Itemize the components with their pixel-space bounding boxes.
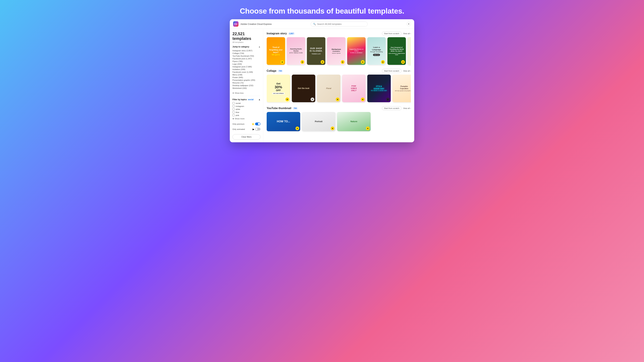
template-card[interactable]: Herbarium Cosmetics Autumn Special ★ [327,37,346,65]
jump-to-category-title: Jump to category [232,45,249,48]
only-animated-track[interactable] [255,128,260,131]
filter-instagram[interactable]: instagram [232,105,260,107]
instagram-story-section: Instagram story 2,857 Start from scratch… [267,31,411,66]
template-card[interactable]: Supporting Women of Colour in Arts & Lit… [347,37,366,65]
filter-white-checkbox[interactable] [232,108,234,110]
close-button[interactable]: ✕ [406,22,411,26]
instagram-story-view-all[interactable]: View all › [403,32,411,34]
template-favorite[interactable]: ★ [361,97,364,101]
category-logo[interactable]: Logo (434) [232,63,260,65]
youtube-thumbnail-templates: HOW TO... ★ Portrait ★ Nature [267,112,411,133]
instagram-story-title: Instagram story [267,32,287,35]
search-icon: 🔍 [313,23,316,25]
category-youtube-thumbnail[interactable]: YouTube thumbnail (704) [232,55,260,57]
template-favorite[interactable]: ★ [286,97,289,101]
filter-pink[interactable]: pink [232,114,260,116]
template-card[interactable]: Get the look ★ [292,75,315,102]
template-card[interactable]: Floral ★ [317,75,340,102]
filter-blue[interactable]: blue [232,111,260,113]
instagram-story-start-scratch[interactable]: Start from scratch [382,31,402,35]
collage-start-scratch[interactable]: Start from scratch [382,69,402,73]
premium-icon: ⭐ [252,123,254,125]
animated-icon: ▶ [252,128,254,131]
template-card[interactable]: PinkVibesOnly ★ [342,75,366,102]
template-favorite[interactable]: ★ [366,126,370,130]
filter-social-checkbox[interactable] [232,102,234,104]
yt-view-all-arrow: › [410,107,411,109]
show-less-button[interactable]: ⊖ Show less [232,91,244,94]
category-menu[interactable]: Menu (238) [232,73,260,76]
category-instagram-post[interactable]: Instagram post (7,685) [232,65,260,68]
template-card[interactable]: Parenting Books Revieww/ Dr. Helena Cord… [287,37,305,65]
template-card[interactable]: Get 30% OFF USE CODE SPRINGS ★ [267,75,290,102]
view-all-arrow: › [410,32,411,34]
only-premium-track[interactable] [255,122,260,125]
template-card[interactable]: COLIA ★ [408,37,411,65]
filter-topics-chevron[interactable]: ▲ [258,98,260,101]
category-poster[interactable]: Poster (945) [232,76,260,79]
template-favorite[interactable]: ★ [321,60,324,64]
jump-category-chevron[interactable]: ▲ [258,45,260,48]
youtube-thumbnail-section: YouTube thumbnail 704 Start from scratch… [267,106,411,133]
instagram-story-header: Instagram story 2,857 Start from scratch… [267,31,411,35]
filter-instagram-checkbox[interactable] [232,105,234,107]
collage-view-all-arrow: › [410,70,411,72]
template-card[interactable]: Portrait ★ [302,112,336,131]
category-collage[interactable]: Collage (734) [232,52,260,55]
template-favorite[interactable]: ★ [336,97,340,101]
template-content: Nature [337,112,371,131]
category-resume[interactable]: Resume (72) [232,81,260,84]
filter-social[interactable]: social [232,102,260,104]
show-less-icon: ⊖ [232,92,234,94]
template-card[interactable]: Nature ★ [337,112,371,131]
category-worksheet[interactable]: Worksheet (160) [232,87,260,89]
filter-white[interactable]: white [232,108,260,110]
titlebar: Cc Adobe Creative Cloud Express 🔍 ✕ [230,19,414,29]
all-templates-label: All templates [232,41,260,43]
template-favorite[interactable]: ★ [341,60,344,64]
category-invitation[interactable]: Invitation (330) [232,68,260,71]
template-content: COLIA [408,37,411,65]
youtube-thumbnail-header: YouTube thumbnail 704 Start from scratch… [267,106,411,110]
only-premium-row: Only premium ⭐ [232,122,260,125]
category-presentation-graphic[interactable]: Presentation graphic (255) [232,79,260,81]
template-favorite[interactable]: ★ [386,97,390,101]
filter-topics-title: Filter by topics social ▲ [232,98,260,101]
category-flyers[interactable]: Flyers (795) [232,60,260,63]
youtube-thumbnail-start-scratch[interactable]: Start from scratch [382,106,402,110]
template-favorite[interactable]: ★ [331,126,334,130]
template-favorite[interactable]: ★ [310,97,314,101]
template-content: PumpkinCupcakes with only cupcakes and p… [392,75,411,102]
jump-to-category-section: Jump to category ▲ [232,45,260,48]
only-animated-label: Only animated [232,128,245,130]
template-card[interactable]: OUR SHOPIS CLOSED. THANKS LUV! ★ [307,37,325,65]
template-favorite[interactable]: ★ [296,126,299,130]
category-instagram-story[interactable]: Instagram story (2,857) [232,49,260,52]
collage-header: Collage 734 Start from scratch View all … [267,69,411,73]
filter-blue-checkbox[interactable] [232,111,234,113]
template-favorite[interactable]: ★ [361,60,364,64]
template-card[interactable]: Ever Dreamed of Travelling the World Whi… [388,37,406,65]
category-facebook-post[interactable]: Facebook post (1,347) [232,57,260,60]
only-animated-toggle[interactable]: ▶ [252,128,260,131]
category-desktop-wallpaper[interactable]: Desktop wallpaper (232) [232,84,260,87]
template-card[interactable]: HOW TO... ★ [267,112,300,131]
template-favorite[interactable]: ★ [300,60,304,64]
template-card[interactable]: IT'S AGOOD DAYTO HAVE A GOOD DAY ★ [367,75,391,102]
template-card[interactable]: Tired of forgetting your keys?We got it.… [267,37,285,65]
filter-pink-checkbox[interactable] [232,114,234,116]
template-card[interactable]: PumpkinCupcakes with only cupcakes and p… [392,75,411,102]
app-name: Adobe Creative Cloud Express [240,23,272,25]
category-facebook-cover[interactable]: Facebook cover (1,349) [232,71,260,73]
template-card[interactable]: Learn a Language through storytelling St… [367,37,386,65]
youtube-thumbnail-view-all[interactable]: View all › [403,107,411,109]
template-favorite[interactable]: ★ [381,60,385,64]
only-premium-toggle[interactable]: ⭐ [252,122,260,125]
template-favorite[interactable]: ★ [280,60,284,64]
collage-view-all[interactable]: View all › [403,70,411,72]
clear-filters-button[interactable]: Clear filters [232,134,260,140]
template-favorite[interactable]: ★ [401,60,405,64]
search-input[interactable] [317,23,365,25]
show-more-icon: ⊕ [232,117,234,120]
show-more-button[interactable]: ⊕ Show more [232,117,244,120]
